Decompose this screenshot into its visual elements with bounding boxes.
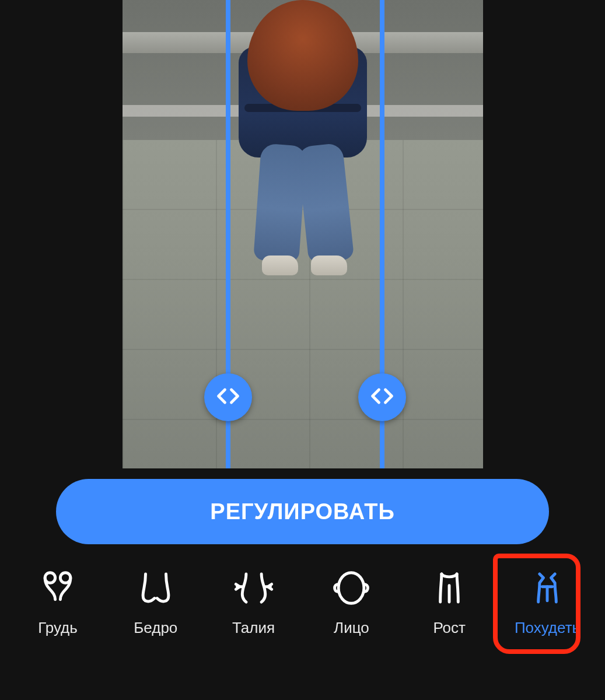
tool-label: Грудь <box>38 619 78 637</box>
waist-icon <box>233 568 274 608</box>
svg-point-4 <box>339 573 365 604</box>
height-icon <box>429 568 470 608</box>
drag-horizontal-icon <box>369 383 395 411</box>
photo <box>123 0 483 468</box>
tool-face[interactable]: Лицо <box>307 568 395 637</box>
tool-label: Лицо <box>334 619 369 637</box>
tool-chest[interactable]: Грудь <box>14 568 102 637</box>
face-icon <box>331 568 372 608</box>
slim-icon <box>527 568 568 608</box>
hip-icon <box>135 568 176 608</box>
tool-label: Талия <box>232 619 275 637</box>
svg-point-1 <box>60 573 71 583</box>
tool-label: Бедро <box>134 619 177 637</box>
slim-handle-left[interactable] <box>204 373 252 421</box>
slim-handle-right[interactable] <box>358 373 406 421</box>
body-tool-row: Грудь Бедро Та <box>0 568 605 660</box>
drag-horizontal-icon <box>215 383 241 411</box>
tool-waist[interactable]: Талия <box>210 568 298 637</box>
tool-height[interactable]: Рост <box>405 568 493 637</box>
tool-label: Рост <box>433 619 466 637</box>
tool-label: Похудеть <box>515 619 580 637</box>
tool-slim[interactable]: Похудеть <box>503 568 591 637</box>
svg-point-0 <box>45 573 55 583</box>
chest-icon <box>37 568 78 608</box>
edit-canvas[interactable] <box>0 0 605 468</box>
adjust-button[interactable]: РЕГУЛИРОВАТЬ <box>56 479 549 544</box>
person-figure <box>227 0 379 280</box>
tool-hip[interactable]: Бедро <box>112 568 200 637</box>
